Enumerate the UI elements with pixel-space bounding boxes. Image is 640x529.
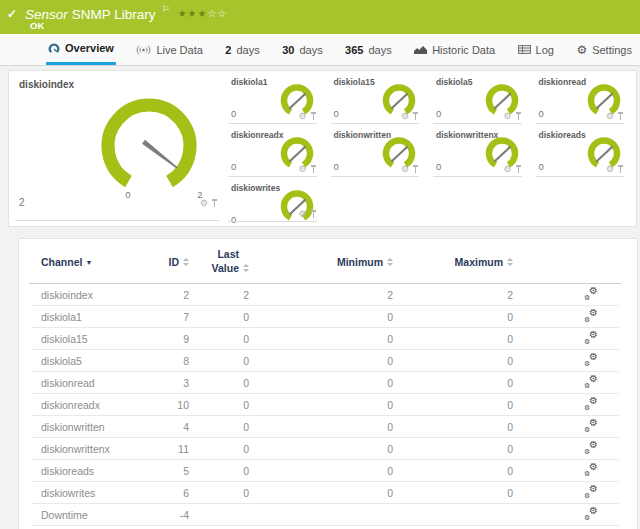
cell-minimum: 0 bbox=[249, 443, 393, 455]
gauge-channel-name: diskionread bbox=[539, 77, 587, 87]
channel-settings-icon[interactable]: ⚙⚙ bbox=[584, 508, 598, 520]
table-row[interactable]: diskiola1 7 0 0 0 ⚙⚙ bbox=[19, 306, 637, 328]
small-gauge-cell[interactable]: diskionwritten 0 ⚙ bbox=[329, 124, 432, 177]
small-gauge-cell[interactable]: diskiola1 0 ⚙ bbox=[226, 71, 329, 124]
gear-icon[interactable]: ⚙ bbox=[298, 210, 306, 219]
pin-icon[interactable] bbox=[211, 199, 218, 208]
small-gauges-grid: diskiola1 0 ⚙ diskiola15 0 ⚙ diskiola5 0 bbox=[226, 71, 636, 226]
cell-actions: ⚙⚙ bbox=[513, 354, 637, 368]
main-gauge-cell[interactable]: diskioindex 0 2 2 ⚙ bbox=[9, 71, 226, 226]
small-gauge bbox=[278, 188, 316, 226]
small-gauge-cell[interactable]: diskiola5 0 ⚙ bbox=[431, 71, 534, 124]
channel-settings-icon[interactable]: ⚙⚙ bbox=[584, 376, 598, 388]
cell-actions: ⚙⚙ bbox=[513, 464, 637, 478]
tab-2-days[interactable]: 2 days bbox=[223, 34, 261, 65]
channel-settings-icon[interactable]: ⚙⚙ bbox=[584, 332, 598, 344]
tab-settings[interactable]: ⚙ Settings bbox=[574, 34, 634, 65]
cell-last-value: 0 bbox=[189, 355, 249, 367]
channel-settings-icon[interactable]: ⚙⚙ bbox=[584, 464, 598, 476]
small-gauge-cell[interactable]: diskioreads 0 ⚙ bbox=[534, 124, 637, 177]
column-header-channel[interactable]: Channel▼ bbox=[19, 256, 167, 268]
channel-settings-icon[interactable]: ⚙⚙ bbox=[584, 420, 598, 432]
tab-bar: Overview Live Data 2 days 30 days 365 da… bbox=[0, 34, 640, 66]
table-row[interactable]: diskionwritten 4 0 0 0 ⚙⚙ bbox=[19, 416, 637, 438]
table-row[interactable]: diskiola5 8 0 0 0 ⚙⚙ bbox=[19, 350, 637, 372]
gauges-panel: diskioindex 0 2 2 ⚙ diskiola1 0 ⚙ diskio bbox=[8, 70, 637, 227]
gauge-cell-icons: ⚙ bbox=[606, 165, 624, 174]
gauge-needle bbox=[495, 94, 510, 108]
channel-settings-icon[interactable]: ⚙⚙ bbox=[584, 288, 598, 300]
tab-log[interactable]: Log bbox=[516, 34, 556, 65]
small-gauge-cell[interactable]: diskionwrittenx 0 ⚙ bbox=[431, 124, 534, 177]
tab-365-days[interactable]: 365 days bbox=[343, 34, 394, 65]
tab-30-days[interactable]: 30 days bbox=[280, 34, 325, 65]
table-row[interactable]: Downtime -4 ⚙⚙ bbox=[19, 504, 637, 526]
gear-icon[interactable]: ⚙ bbox=[401, 165, 409, 174]
gauge-cell-icons: ⚙ bbox=[298, 112, 316, 121]
cell-actions: ⚙⚙ bbox=[513, 288, 637, 302]
table-row[interactable]: diskioreads 5 0 0 0 ⚙⚙ bbox=[19, 460, 637, 482]
gear-icon[interactable]: ⚙ bbox=[606, 112, 614, 121]
cell-channel: Downtime bbox=[19, 509, 167, 521]
cell-minimum: 0 bbox=[249, 421, 393, 433]
cell-minimum: 0 bbox=[249, 333, 393, 345]
table-row[interactable]: diskiowrites 6 0 0 0 ⚙⚙ bbox=[19, 482, 637, 504]
cell-last-value: 0 bbox=[189, 377, 249, 389]
gear-icon[interactable]: ⚙ bbox=[503, 165, 511, 174]
column-header-minimum[interactable]: Minimum bbox=[249, 256, 393, 268]
cell-maximum: 0 bbox=[393, 399, 513, 411]
pin-icon[interactable] bbox=[310, 112, 317, 121]
cell-channel: diskiowrites bbox=[19, 487, 167, 499]
cell-minimum: 0 bbox=[249, 311, 393, 323]
tab-log-label: Log bbox=[536, 44, 554, 56]
tab-historic-data[interactable]: Historic Data bbox=[412, 34, 497, 65]
sort-icon bbox=[507, 258, 513, 266]
gauge-value: 0 bbox=[231, 161, 236, 172]
gear-icon[interactable]: ⚙ bbox=[200, 199, 208, 208]
flag-icon[interactable]: ⚐ bbox=[162, 4, 170, 14]
cell-actions: ⚙⚙ bbox=[513, 310, 637, 324]
pin-icon[interactable] bbox=[412, 112, 419, 121]
column-header-id[interactable]: ID bbox=[167, 256, 189, 268]
cell-id: -4 bbox=[167, 509, 189, 521]
status-badge: OK bbox=[30, 20, 44, 31]
pin-icon[interactable] bbox=[515, 112, 522, 121]
gear-icon[interactable]: ⚙ bbox=[298, 165, 306, 174]
table-row[interactable]: diskionread 3 0 0 0 ⚙⚙ bbox=[19, 372, 637, 394]
table-row[interactable]: diskionwrittenx 11 0 0 0 ⚙⚙ bbox=[19, 438, 637, 460]
cell-last-value: 0 bbox=[189, 399, 249, 411]
channel-settings-icon[interactable]: ⚙⚙ bbox=[584, 442, 598, 454]
channel-settings-icon[interactable]: ⚙⚙ bbox=[584, 486, 598, 498]
gear-icon[interactable]: ⚙ bbox=[298, 112, 306, 121]
gear-icon[interactable]: ⚙ bbox=[401, 112, 409, 121]
tab-overview[interactable]: Overview bbox=[46, 34, 116, 65]
column-header-maximum[interactable]: Maximum bbox=[393, 256, 513, 268]
small-gauge-cell[interactable]: diskiowrites 0 ⚙ bbox=[226, 177, 329, 222]
cell-maximum: 2 bbox=[393, 289, 513, 301]
table-row[interactable]: diskiola15 9 0 0 0 ⚙⚙ bbox=[19, 328, 637, 350]
channel-settings-icon[interactable]: ⚙⚙ bbox=[584, 354, 598, 366]
column-header-last-value[interactable]: Last Value bbox=[189, 248, 249, 274]
sort-desc-icon: ▼ bbox=[85, 259, 92, 266]
channel-table-body: diskioindex 2 2 2 2 ⚙⚙ diskiola1 7 0 0 0… bbox=[19, 284, 637, 526]
small-gauge-cell[interactable]: diskionread 0 ⚙ bbox=[534, 71, 637, 124]
table-row[interactable]: diskioindex 2 2 2 2 ⚙⚙ bbox=[19, 284, 637, 306]
cell-id: 5 bbox=[167, 465, 189, 477]
gear-icon[interactable]: ⚙ bbox=[606, 165, 614, 174]
pin-icon[interactable] bbox=[515, 165, 522, 174]
pin-icon[interactable] bbox=[310, 165, 317, 174]
channel-settings-icon[interactable]: ⚙⚙ bbox=[584, 398, 598, 410]
priority-stars[interactable]: ★★★☆☆ bbox=[178, 8, 228, 19]
channel-settings-icon[interactable]: ⚙⚙ bbox=[584, 310, 598, 322]
pin-icon[interactable] bbox=[310, 210, 317, 219]
gear-icon[interactable]: ⚙ bbox=[503, 112, 511, 121]
small-gauge-cell[interactable]: diskiola15 0 ⚙ bbox=[329, 71, 432, 124]
pin-icon[interactable] bbox=[412, 165, 419, 174]
tab-live-data[interactable]: Live Data bbox=[134, 34, 204, 65]
table-row[interactable]: diskionreadx 10 0 0 0 ⚙⚙ bbox=[19, 394, 637, 416]
small-gauge-cell[interactable]: diskionreadx 0 ⚙ bbox=[226, 124, 329, 177]
pin-icon[interactable] bbox=[617, 112, 624, 121]
cell-id: 6 bbox=[167, 487, 189, 499]
pin-icon[interactable] bbox=[617, 165, 624, 174]
gauge-value: 0 bbox=[334, 108, 339, 119]
